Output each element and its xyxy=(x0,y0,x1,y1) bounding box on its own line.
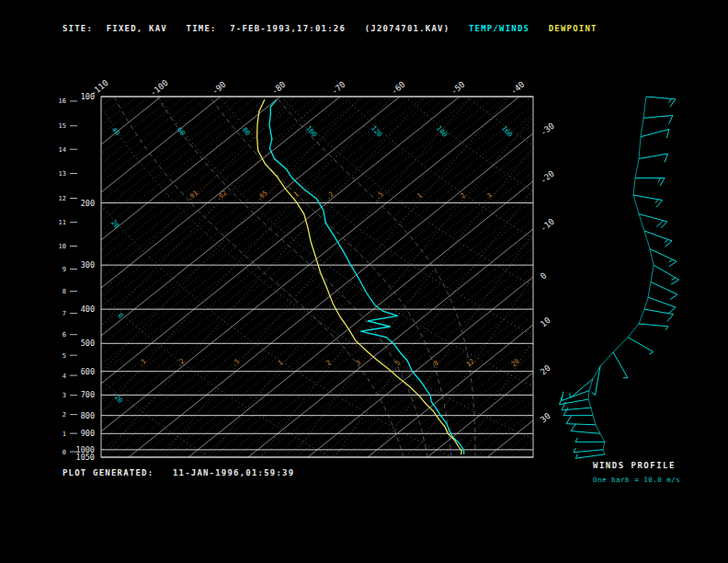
isotherm-minor xyxy=(0,97,268,457)
pressure-axis-label: 600 xyxy=(81,367,95,376)
wind-barb xyxy=(639,324,668,330)
isotherm-minor xyxy=(236,97,687,457)
wind-barb xyxy=(613,352,628,378)
mixing-ratio-line xyxy=(461,97,705,457)
mixing-ratio-label: 1 xyxy=(416,191,424,200)
height-tick-label: 6 xyxy=(63,331,66,339)
dry-adiabat xyxy=(529,97,728,455)
mixing-ratio-label: 1 xyxy=(277,359,284,367)
isotherm-minor xyxy=(0,97,316,457)
sounding-app: 1002003004005006007008009001000105001234… xyxy=(0,0,728,563)
height-tick-label: 3 xyxy=(63,392,66,399)
wind-barb xyxy=(635,178,665,186)
pressure-axis-label: 1050 xyxy=(76,453,95,462)
isotherm-label-right: 30 xyxy=(539,411,552,425)
height-tick-label: 13 xyxy=(59,170,66,178)
isotherm-minor xyxy=(260,97,711,457)
height-tick-label: 14 xyxy=(59,146,66,154)
time-label: TIME: xyxy=(187,24,217,33)
wind-barb xyxy=(562,391,589,401)
wind-barb xyxy=(570,379,593,398)
isotherm-minor xyxy=(0,97,149,457)
pressure-axis-label: 800 xyxy=(81,411,95,420)
isotherm-minor xyxy=(0,97,233,457)
height-tick-label: 10 xyxy=(59,243,66,250)
isotherm-minor xyxy=(105,97,555,457)
isotherm-major xyxy=(487,97,728,457)
winds-profile xyxy=(559,97,678,458)
isotherm-minor xyxy=(81,97,531,457)
isotherm-minor xyxy=(284,97,728,457)
isotherm-minor xyxy=(0,97,364,457)
dry-adiabat-label: 20 xyxy=(109,218,121,230)
isotherm-minor xyxy=(0,97,173,457)
pressure-grid xyxy=(101,97,533,457)
mixing-ratio-label: 3 xyxy=(485,191,493,200)
plot-generated-value: 11-JAN-1996,01:59:39 xyxy=(173,468,294,477)
wind-barb xyxy=(639,154,668,162)
pressure-axis-label: 700 xyxy=(81,390,95,399)
mixing-ratio-label: .1 xyxy=(290,190,301,201)
isotherm-minor xyxy=(0,97,137,457)
wind-barb xyxy=(644,309,674,321)
isotherm-major xyxy=(0,97,101,457)
isotherm-minor xyxy=(272,97,722,457)
skewt-grid xyxy=(0,97,728,457)
wind-barb xyxy=(654,265,679,284)
isotherm-minor xyxy=(463,97,728,457)
isotherm-minor xyxy=(0,97,352,457)
isotherm-label-top: -90 xyxy=(210,80,228,97)
mixing-ratio-label: .02 xyxy=(214,190,228,202)
isotherm-minor xyxy=(523,97,728,457)
file-id: (J2074701.KAV) xyxy=(365,24,450,33)
dry-adiabat-label: -20 xyxy=(110,390,125,406)
height-tick-label: 4 xyxy=(63,373,66,380)
dry-adiabat xyxy=(467,97,728,455)
site-label: SITE: xyxy=(63,24,93,33)
isotherm-minor xyxy=(344,97,728,457)
height-tick-label: 1 xyxy=(63,431,66,438)
pressure-axis-label: 300 xyxy=(81,260,95,270)
isotherm-major xyxy=(9,97,460,457)
isotherm-label-top: -40 xyxy=(509,80,527,97)
mixing-ratio-line xyxy=(210,97,510,457)
dry-adiabat xyxy=(343,97,728,455)
isotherm-major xyxy=(69,97,519,457)
mixing-ratio-line xyxy=(0,97,295,457)
wind-barb xyxy=(592,366,600,396)
isotherm-minor xyxy=(0,97,89,457)
isotherm-minor xyxy=(93,97,543,457)
height-tick-label: 0 xyxy=(63,449,66,456)
wind-barb xyxy=(633,195,663,207)
isotherm-minor xyxy=(141,97,591,457)
mixing-ratio-label: .2 xyxy=(324,190,336,201)
isotherm-minor xyxy=(0,97,376,457)
isotherm-minor xyxy=(0,97,185,457)
isotherm-minor xyxy=(535,97,728,457)
mixing-ratio-label: 20 xyxy=(510,358,521,369)
height-tick-label: 15 xyxy=(59,122,66,130)
mixing-ratio-line xyxy=(24,97,361,457)
isotherm-major xyxy=(188,97,639,457)
plot-generated-label: PLOT GENERATED: xyxy=(63,468,154,477)
wind-barb xyxy=(574,448,603,453)
isotherm-label-right: 20 xyxy=(539,363,552,377)
wind-profile-line xyxy=(588,97,654,454)
mixing-ratio-line xyxy=(0,97,323,457)
mixing-ratio-label: 8 xyxy=(432,359,439,367)
isotherm-minor xyxy=(0,97,113,457)
plot-border xyxy=(101,97,533,457)
isotherm-minor xyxy=(0,97,197,457)
isotherm-minor xyxy=(0,97,328,457)
isotherm-minor xyxy=(153,97,603,457)
isotherm-minor xyxy=(57,97,507,457)
isotherm-label-top: -50 xyxy=(449,80,467,97)
isotherm-minor xyxy=(475,97,728,457)
time-value: 7-FEB-1993,17:01:26 xyxy=(230,24,346,33)
height-tick-label: 12 xyxy=(59,195,66,202)
isotherm-minor xyxy=(0,97,65,457)
dry-adiabat-label: 140 xyxy=(435,124,449,140)
mixing-ratio-line xyxy=(375,97,640,457)
isotherm-label-top: -80 xyxy=(270,80,288,97)
wind-barb xyxy=(628,338,654,355)
